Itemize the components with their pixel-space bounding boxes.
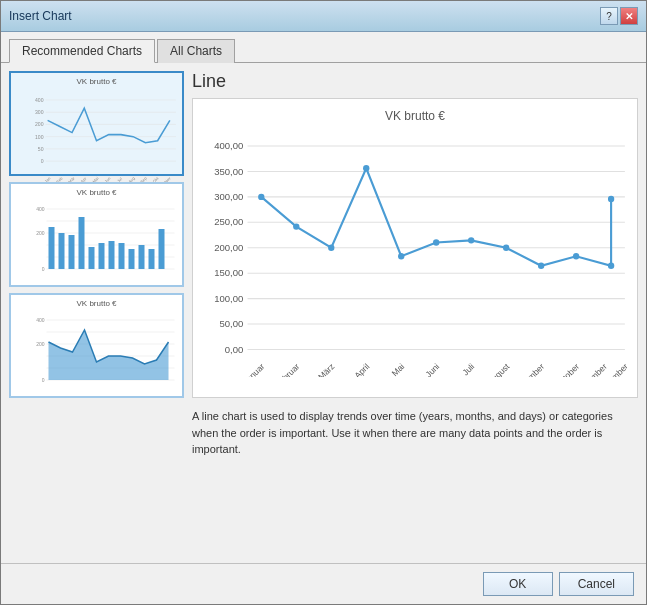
svg-point-73	[293, 223, 299, 229]
svg-point-83	[608, 196, 614, 202]
svg-point-82	[608, 263, 614, 269]
svg-rect-40	[129, 249, 135, 269]
svg-text:September: September	[510, 361, 546, 377]
svg-text:300,00: 300,00	[214, 191, 243, 202]
thumbnail-line[interactable]: VK brutto € 400 300 200 100 50 0	[9, 71, 184, 176]
title-buttons: ? ✕	[600, 7, 638, 25]
svg-point-79	[503, 245, 509, 251]
svg-text:350,00: 350,00	[214, 166, 243, 177]
svg-text:400: 400	[36, 206, 45, 212]
chart-thumbnails-panel: VK brutto € 400 300 200 100 50 0	[9, 71, 184, 555]
thumb-area-svg: 400 200 0	[15, 310, 178, 390]
svg-text:200: 200	[36, 230, 45, 236]
help-button[interactable]: ?	[600, 7, 618, 25]
svg-text:200: 200	[35, 121, 44, 127]
main-content: VK brutto € 400 300 200 100 50 0	[1, 63, 646, 563]
svg-point-80	[538, 263, 544, 269]
title-bar: Insert Chart ? ✕	[1, 1, 646, 32]
svg-point-78	[468, 237, 474, 243]
close-button[interactable]: ✕	[620, 7, 638, 25]
svg-rect-42	[149, 249, 155, 269]
svg-text:Juli: Juli	[460, 361, 476, 377]
svg-text:200,00: 200,00	[214, 242, 243, 253]
svg-point-77	[433, 239, 439, 245]
svg-text:0: 0	[42, 266, 45, 272]
thumb-line-title: VK brutto €	[15, 77, 178, 86]
svg-point-72	[258, 194, 264, 200]
svg-rect-37	[99, 243, 105, 269]
dialog-title: Insert Chart	[9, 9, 72, 23]
svg-text:400,00: 400,00	[214, 140, 243, 151]
tab-all-charts[interactable]: All Charts	[157, 39, 235, 63]
svg-rect-43	[159, 229, 165, 269]
thumb-bar-title: VK brutto €	[15, 188, 178, 197]
chart-description: A line chart is used to display trends o…	[192, 408, 638, 458]
svg-text:200: 200	[36, 341, 45, 347]
svg-text:Januar: Januar	[241, 361, 267, 377]
tabs-bar: Recommended Charts All Charts	[1, 32, 646, 63]
svg-marker-53	[49, 330, 169, 380]
main-chart-preview: VK brutto € 400,00 350,00 300,00 250,00 …	[192, 98, 638, 398]
svg-text:50,00: 50,00	[219, 318, 243, 329]
svg-text:Oktober: Oktober	[553, 361, 581, 377]
thumb-bar-svg: 400 200 0	[15, 199, 178, 279]
cancel-button[interactable]: Cancel	[559, 572, 634, 596]
ok-button[interactable]: OK	[483, 572, 553, 596]
svg-text:Juni: Juni	[423, 361, 441, 377]
svg-rect-38	[109, 241, 115, 269]
svg-rect-35	[79, 217, 85, 269]
svg-point-81	[573, 253, 579, 259]
thumb-line-svg: 400 300 200 100 50 0	[15, 88, 178, 168]
svg-text:100,00: 100,00	[214, 293, 243, 304]
svg-text:Februar: Februar	[273, 361, 301, 377]
svg-text:April: April	[352, 361, 371, 377]
svg-point-76	[398, 253, 404, 259]
svg-text:100: 100	[35, 134, 44, 140]
svg-text:400: 400	[36, 317, 45, 323]
svg-text:250,00: 250,00	[214, 217, 243, 228]
svg-text:August: August	[486, 361, 512, 377]
svg-rect-34	[69, 235, 75, 269]
svg-text:300: 300	[35, 109, 44, 115]
main-line-chart-svg: 400,00 350,00 300,00 250,00 200,00 150,0…	[203, 127, 627, 377]
dialog-footer: OK Cancel	[1, 563, 646, 604]
svg-text:150,00: 150,00	[214, 267, 243, 278]
svg-text:0: 0	[42, 377, 45, 383]
insert-chart-dialog: Insert Chart ? ✕ Recommended Charts All …	[0, 0, 647, 605]
svg-rect-32	[49, 227, 55, 269]
right-panel: Line VK brutto € 400,00 350,00 300,00 25…	[192, 71, 638, 555]
chart-type-label: Line	[192, 71, 638, 92]
thumb-area-title: VK brutto €	[15, 299, 178, 308]
svg-rect-36	[89, 247, 95, 269]
svg-rect-41	[139, 245, 145, 269]
svg-text:März: März	[316, 361, 336, 377]
tab-recommended[interactable]: Recommended Charts	[9, 39, 155, 63]
svg-text:0,00: 0,00	[225, 344, 244, 355]
svg-point-75	[363, 165, 369, 171]
svg-text:50: 50	[38, 146, 44, 152]
svg-text:Mai: Mai	[390, 361, 407, 377]
svg-text:400: 400	[35, 97, 44, 103]
thumbnail-bar[interactable]: VK brutto € 400 200 0	[9, 182, 184, 287]
svg-text:0: 0	[41, 158, 44, 164]
svg-point-74	[328, 245, 334, 251]
thumbnail-area[interactable]: VK brutto € 400 200 0	[9, 293, 184, 398]
main-chart-title: VK brutto €	[203, 109, 627, 123]
svg-rect-39	[119, 243, 125, 269]
svg-rect-33	[59, 233, 65, 269]
